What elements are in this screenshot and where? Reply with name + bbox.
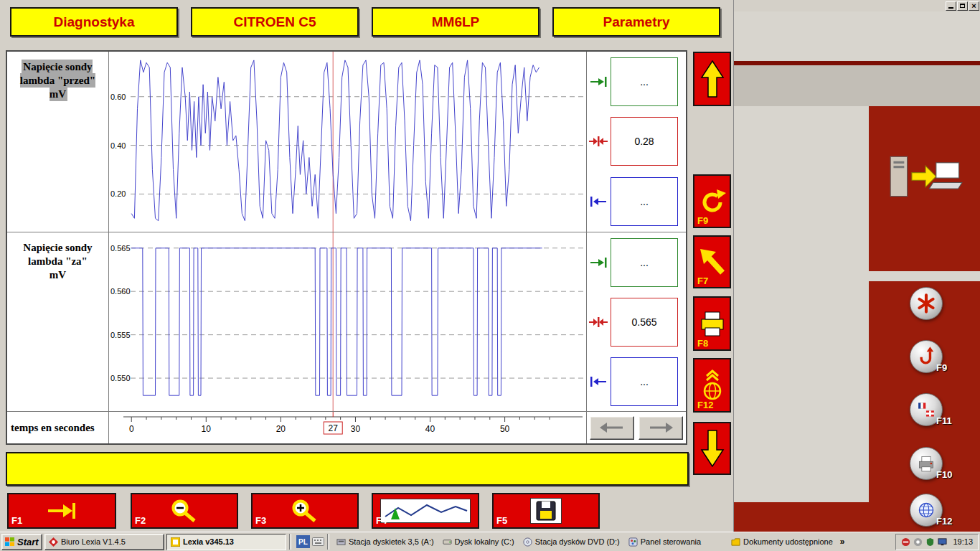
fkey-f1-step[interactable]: F1 (7, 493, 116, 529)
toolbar-item-dvd[interactable]: Stacja dysków DVD (D:) (519, 534, 624, 550)
chart-label-za: Napięcie sondy lambda "za" mV (7, 232, 109, 412)
zoom-in-icon (288, 499, 321, 523)
restore-button[interactable] (957, 1, 968, 11)
svg-text:20: 20 (276, 424, 286, 434)
task-button-lexia[interactable]: Lexia v345.13 (166, 534, 286, 550)
abort-button[interactable] (910, 287, 943, 320)
security-icon[interactable] (901, 537, 910, 547)
taskbar-divider (327, 534, 329, 550)
readout-end-za: ... (611, 238, 678, 287)
svg-text:0.60: 0.60 (110, 93, 126, 101)
dvd-drive-icon (523, 537, 532, 547)
globe-icon (915, 499, 937, 521)
start-button[interactable]: Start (1, 534, 42, 550)
pc-transfer-icon[interactable] (886, 152, 965, 202)
cursor-position-icon (589, 136, 608, 147)
undo-icon (915, 346, 937, 367)
toolbar-item-control-panel[interactable]: Panel sterowania (624, 534, 705, 550)
arrow-up-icon (699, 58, 725, 100)
message-bar (6, 452, 689, 486)
readout-start-za: ... (611, 357, 678, 406)
oscilloscope-plot-za[interactable]: 0.5650.5600.5550.550 (109, 232, 587, 412)
save-icon (535, 500, 557, 522)
control-panel-icon (628, 537, 638, 547)
right-arrow-icon (649, 423, 673, 433)
display-icon[interactable] (938, 537, 947, 547)
arrow-upleft-icon (698, 247, 727, 277)
time-axis[interactable]: 0102030405027 (109, 412, 587, 443)
fkey-f3-zoom-in[interactable]: F3 (251, 493, 359, 529)
cursor-to-start-icon (589, 196, 608, 207)
header-button-diagnostyka[interactable]: Diagnostyka (10, 7, 178, 37)
svg-text:0.550: 0.550 (110, 374, 131, 382)
windows-logo-icon (5, 537, 15, 547)
header-button-vehicle[interactable]: CITROEN C5 (191, 7, 359, 37)
readout-end-przed: ... (611, 57, 678, 106)
cursor-to-start-icon (589, 376, 608, 387)
chart-label-przed-text: Napięcie sondy lambda "przed" mV (20, 61, 95, 100)
refresh-button-f9[interactable]: F9 (693, 174, 731, 228)
svg-text:0.40: 0.40 (110, 141, 126, 150)
header-button-parametry[interactable]: Parametry (552, 7, 720, 37)
language-indicator[interactable]: PL (296, 535, 310, 548)
svg-text:0: 0 (129, 424, 134, 434)
oscilloscope-frame: Napięcie sondy lambda "przed" mV 0.600.4… (6, 50, 687, 445)
global-test-button-f12[interactable]: F12 (693, 358, 731, 413)
asterisk-icon (915, 293, 937, 314)
readout-column-za: ... 0.565 ... (587, 232, 686, 412)
taskbar-divider (289, 534, 291, 550)
hard-drive-icon (443, 537, 452, 547)
clock: 19:13 (950, 537, 973, 546)
readout-start-przed: ... (611, 177, 678, 226)
app-icon (49, 537, 58, 547)
zoom-out-icon (168, 499, 201, 523)
readout-column-przed: ... 0.28 ... (587, 52, 686, 232)
taskbar: Start Biuro Lexia V1.4.5 Lexia v345.13 P… (0, 532, 980, 551)
close-button[interactable]: × (969, 1, 979, 11)
step-to-cursor-icon (46, 501, 77, 520)
screen: Diagnostyka CITROEN C5 MM6LP Parametry N… (0, 0, 980, 551)
task-button-biuro-lexia[interactable]: Biuro Lexia V1.4.5 (44, 534, 164, 550)
titlebar: × (734, 0, 980, 11)
cursor-position-icon (589, 316, 608, 328)
scroll-left-button[interactable] (590, 416, 634, 440)
toolbar-item-floppy[interactable]: Stacja dyskietek 3,5 (A:) (332, 534, 438, 550)
printer-icon (697, 309, 727, 339)
toolbar-item-shared-docs[interactable]: Dokumenty udostępnione (727, 534, 837, 550)
svg-text:0.20: 0.20 (110, 189, 126, 198)
lexia-app-window: Diagnostyka CITROEN C5 MM6LP Parametry N… (0, 0, 733, 531)
chart-label-za-text: Napięcie sondy lambda "za" mV (23, 242, 92, 281)
svg-text:0.555: 0.555 (110, 331, 131, 339)
shield-icon[interactable] (925, 537, 935, 547)
oscilloscope-plot-przed[interactable]: 0.600.400.20 (109, 52, 587, 232)
refresh-icon (698, 187, 727, 217)
keyboard-icon[interactable] (312, 537, 324, 546)
svg-text:27: 27 (329, 423, 339, 433)
print-button-f8[interactable]: F8 (693, 296, 731, 351)
flags-icon (915, 399, 938, 420)
floppy-drive-icon (336, 537, 346, 547)
scroll-up-button[interactable] (693, 52, 731, 106)
svg-text:0.565: 0.565 (110, 244, 131, 253)
arrow-down-icon (699, 428, 725, 469)
header-button-ecu[interactable]: MM6LP (372, 7, 540, 37)
shared-folder-icon (731, 537, 740, 547)
fkey-f5-save[interactable]: F5 (492, 493, 600, 529)
cursor-to-end-icon (589, 76, 608, 88)
minimize-button[interactable] (946, 1, 956, 11)
fkey-f2-zoom-out[interactable]: F2 (131, 493, 238, 529)
svg-text:50: 50 (500, 424, 510, 434)
scroll-down-button[interactable] (693, 422, 731, 475)
printer-icon (915, 453, 937, 474)
scroll-right-button[interactable] (639, 416, 683, 440)
scale-button-f7[interactable]: F7 (693, 235, 731, 288)
svg-text:0.560: 0.560 (110, 287, 131, 296)
toolbar-overflow-button[interactable]: » (837, 537, 848, 547)
svg-text:40: 40 (425, 424, 435, 434)
toolbar-item-disk-c[interactable]: Dysk lokalny (C:) (438, 534, 519, 550)
agent-icon[interactable] (913, 537, 923, 547)
fkey-f4-graph[interactable]: F4 (372, 493, 479, 529)
chart-label-przed: Napięcie sondy lambda "przed" mV (7, 52, 109, 232)
globe-up-icon (697, 369, 727, 402)
left-arrow-icon (600, 423, 624, 433)
